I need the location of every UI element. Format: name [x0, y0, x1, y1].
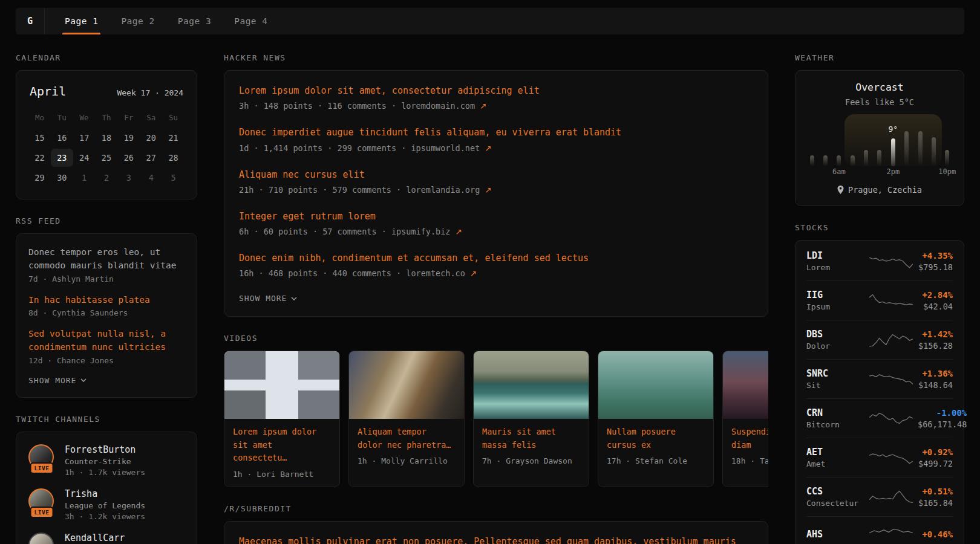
subreddit-post: Maecenas mollis pulvinar erat non posuer…: [239, 535, 753, 544]
tab-page-3[interactable]: Page 3: [166, 8, 223, 34]
stock-name: Ipsum: [806, 302, 864, 311]
stock-row[interactable]: DBSDolor+1.42%$156.28: [806, 320, 953, 359]
right-column: WEATHER Overcast Feels like 5°C 9°6am2pm…: [795, 53, 964, 544]
weather-bar: [945, 150, 949, 166]
calendar-day[interactable]: 4: [140, 169, 162, 187]
calendar-day[interactable]: 25: [96, 149, 118, 167]
weather-hour-slot: [859, 114, 872, 166]
stock-sparkline: [869, 331, 913, 349]
stock-row[interactable]: IIGIpsum+2.84%$42.04: [806, 280, 953, 320]
twitch-channel-name[interactable]: ForrestBurton: [65, 444, 145, 455]
stock-name: Lorem: [806, 263, 864, 272]
rss-item-title[interactable]: Sed volutpat nulla nisl, a condimentum n…: [28, 328, 185, 354]
calendar-day[interactable]: 1: [73, 169, 96, 187]
calendar-day[interactable]: 18: [96, 129, 118, 147]
weather-hour-slot: [818, 114, 832, 166]
video-card[interactable]: Aliquam tempor dolor nec pharetra…1h · M…: [348, 351, 465, 487]
show-more-button[interactable]: SHOW MORE: [28, 376, 87, 385]
calendar-day[interactable]: 21: [162, 129, 185, 147]
tab-page-1[interactable]: Page 1: [53, 8, 109, 34]
hn-story-title[interactable]: Aliquam nec cursus elit: [239, 168, 753, 182]
hn-story: Lorem ipsum dolor sit amet, consectetur …: [239, 84, 753, 111]
twitch-channel[interactable]: KendallCarr: [28, 533, 185, 544]
calendar-day[interactable]: 30: [51, 169, 73, 187]
calendar-day[interactable]: 3: [117, 169, 140, 187]
app-logo[interactable]: G: [16, 8, 45, 34]
hn-story: Donec imperdiet augue tincidunt felis al…: [239, 126, 753, 152]
video-meta: 17h · Stefan Cole: [607, 456, 705, 465]
rss-item-title[interactable]: In hac habitasse platea: [28, 294, 185, 307]
stock-info: CCSConsectetur: [806, 486, 864, 508]
middle-column: HACKER NEWS Lorem ipsum dolor sit amet, …: [224, 53, 768, 544]
videos-row: Lorem ipsum dolor sit amet consectetu…1h…: [224, 351, 768, 487]
calendar-day[interactable]: 22: [28, 149, 51, 167]
video-title[interactable]: Mauris sit amet massa felis: [482, 426, 580, 452]
stock-row[interactable]: AHS+0.46%: [806, 516, 953, 544]
video-title[interactable]: Suspendisse tempor diam: [731, 426, 768, 452]
weather-bar: [877, 150, 881, 166]
twitch-channel-name[interactable]: Trisha: [65, 488, 145, 499]
calendar-day[interactable]: 15: [28, 129, 51, 147]
stock-price: $165.84: [918, 498, 953, 508]
video-title[interactable]: Nullam posuere cursus ex: [607, 426, 705, 452]
hacker-news-section: HACKER NEWS Lorem ipsum dolor sit amet, …: [224, 53, 768, 317]
video-card-body: Suspendisse tempor diam18h · Tara: [723, 419, 768, 473]
stock-price: $66,171.48: [918, 419, 967, 429]
calendar-day[interactable]: 17: [73, 129, 96, 147]
stock-info: CRNBitcorn: [806, 407, 864, 429]
rss-item-title[interactable]: Donec tempor eros leo, ut commodo mauris…: [28, 246, 185, 273]
videos-section-title: VIDEOS: [224, 334, 768, 343]
video-card[interactable]: Mauris sit amet massa felis7h · Grayson …: [473, 351, 589, 487]
hn-story-title[interactable]: Donec imperdiet augue tincidunt felis al…: [239, 126, 753, 140]
twitch-avatar-wrap: LIVE: [28, 444, 55, 470]
chevron-down-icon: [80, 378, 87, 382]
video-card[interactable]: Lorem ipsum dolor sit amet consectetu…1h…: [224, 351, 340, 487]
hn-story-title[interactable]: Integer eget rutrum lorem: [239, 210, 753, 224]
stock-row[interactable]: SNRCSit+1.36%$148.64: [806, 359, 953, 398]
weather-hour-label: 10pm: [938, 167, 956, 176]
stock-row[interactable]: LDILorem+4.35%$795.18: [806, 242, 953, 280]
video-card[interactable]: Nullam posuere cursus ex17h · Stefan Col…: [598, 351, 714, 487]
stock-change: +2.84%: [918, 290, 953, 300]
video-title[interactable]: Aliquam tempor dolor nec pharetra…: [358, 426, 456, 452]
external-link-icon: ↗: [480, 101, 486, 111]
stock-row[interactable]: AETAmet+0.92%$499.72: [806, 438, 953, 477]
calendar-section: CALENDAR April Week 17 · 2024 MoTuWeThFr…: [16, 53, 197, 199]
tab-page-2[interactable]: Page 2: [109, 8, 166, 34]
video-card[interactable]: Suspendisse tempor diam18h · Tara: [722, 351, 768, 487]
calendar-day[interactable]: 29: [28, 169, 51, 187]
weather-section-title: WEATHER: [795, 53, 964, 62]
stock-sparkline: [869, 448, 913, 467]
show-more-button[interactable]: SHOW MORE: [239, 294, 297, 303]
hn-story-title[interactable]: Lorem ipsum dolor sit amet, consectetur …: [239, 84, 753, 98]
calendar-day-selected[interactable]: 23: [51, 149, 73, 167]
twitch-channel[interactable]: LIVEForrestBurtonCounter-Strike1h · 1.7k…: [28, 444, 185, 477]
video-title[interactable]: Lorem ipsum dolor sit amet consectetu…: [233, 426, 331, 465]
weather-bar: [837, 155, 841, 166]
calendar-day[interactable]: 20: [140, 129, 162, 147]
calendar-day[interactable]: 2: [96, 169, 118, 187]
tab-page-4[interactable]: Page 4: [223, 8, 279, 34]
calendar-day[interactable]: 5: [162, 169, 185, 187]
calendar-day[interactable]: 26: [117, 149, 140, 167]
calendar-day[interactable]: 16: [51, 129, 73, 147]
story-meta: 1d · 1,414 points · 299 comments · ipsum…: [239, 143, 753, 153]
stock-name: Dolor: [806, 342, 864, 351]
calendar-day[interactable]: 28: [162, 149, 185, 167]
calendar-day[interactable]: 27: [140, 149, 162, 167]
weather-hour-slot: [900, 114, 913, 166]
stock-row[interactable]: CCSConsectetur+0.51%$165.84: [806, 477, 953, 516]
weather-bar: [823, 155, 828, 166]
weather-hour-slot: [873, 114, 886, 166]
twitch-channel-name[interactable]: KendallCarr: [65, 533, 125, 543]
subreddit-post-title[interactable]: Maecenas mollis pulvinar erat non posuer…: [239, 535, 753, 544]
hn-story-title[interactable]: Donec enim nibh, condimentum et accumsan…: [239, 251, 753, 265]
stock-info: LDILorem: [806, 250, 864, 272]
calendar-day[interactable]: 19: [117, 129, 140, 147]
twitch-channel[interactable]: LIVETrishaLeague of Legends3h · 1.2k vie…: [28, 488, 185, 521]
weather-hour-label: 6am: [832, 167, 846, 176]
weather-location: Prague, Czechia: [837, 185, 922, 195]
calendar-day[interactable]: 24: [73, 149, 96, 167]
story-meta: 21h · 710 points · 579 comments · loreml…: [239, 185, 753, 195]
stock-row[interactable]: CRNBitcorn-1.00%$66,171.48: [806, 398, 953, 438]
